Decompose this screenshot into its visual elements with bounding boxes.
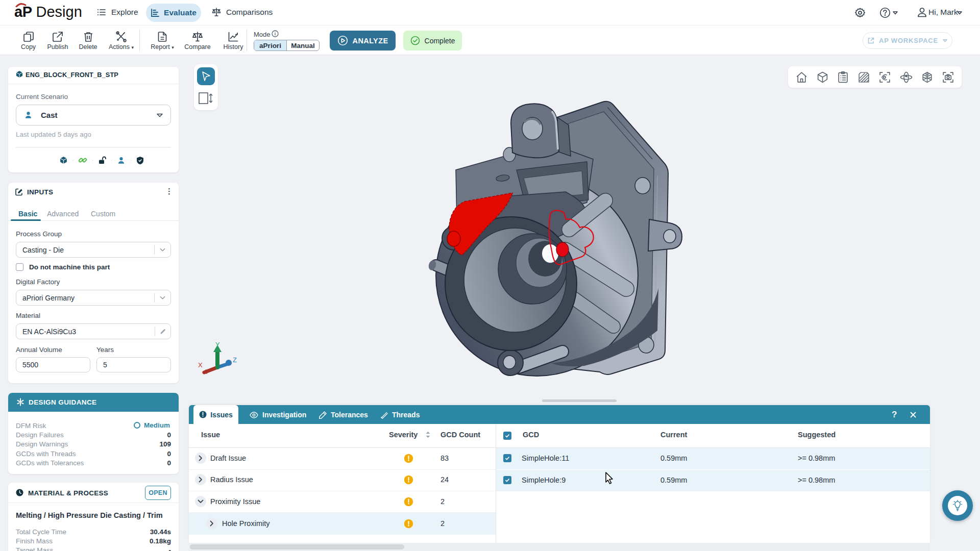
- svg-text:Y: Y: [215, 341, 220, 348]
- svg-text:Z: Z: [233, 356, 237, 364]
- svg-text:X: X: [198, 361, 203, 369]
